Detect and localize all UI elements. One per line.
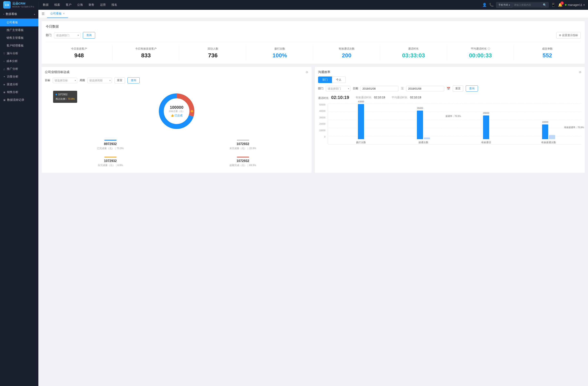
nav-item-clients[interactable]: 客户 (63, 1, 74, 8)
y-label-20k: 20000 (318, 123, 325, 125)
sidebar-item-funnel[interactable]: ▽ 漏斗分析 (0, 50, 38, 57)
donut-center-label: 目标总量（元） (169, 110, 185, 113)
username: manager11 (568, 3, 582, 6)
y-axis: 50000 40000 30000 20000 10000 0 (318, 103, 327, 138)
target-completed-label: 已完成量（元）｜70.9% (46, 147, 174, 150)
target-metric-should: 1072932 应完成量（元）｜8.9% (45, 154, 176, 170)
comm-stats-row: 通话时长 02:10:19 有效通话时长 02:10:19 平均通话时长 02:… (318, 95, 582, 100)
bar-groups: 43000 拨打次数 35000 (328, 103, 582, 144)
nav-item-leads[interactable]: 线索 (51, 1, 63, 8)
metric-effective-calls-label: 有效通话次数 (315, 47, 378, 51)
comm-tab-individual[interactable]: 个人 (332, 77, 346, 83)
target-should-value: 1072932 (46, 159, 174, 163)
dept-select[interactable]: 请选择部门 (54, 32, 81, 38)
nav-item-sea[interactable]: 公海 (74, 1, 86, 8)
comm-date-from[interactable] (360, 86, 399, 91)
target-metric-incomplete: 1072932 未完成量（元）｜20.9% (177, 137, 308, 153)
target-should-label: 应完成量（元）｜8.9% (46, 164, 174, 167)
metric-dial: 拨打次数 100% (246, 45, 314, 60)
today-query-btn[interactable]: 查询 (83, 32, 95, 39)
target-over-value: 1072932 (179, 159, 307, 163)
donut-tooltip: 1072932 所占比例：70.9% (53, 91, 77, 103)
comm-efficiency-card: 沟通效率 ⟳ 部门 个人 部门 请选择部门 (315, 67, 585, 173)
notification-icon[interactable]: 🔔 5 (558, 3, 563, 7)
target-metric-completed: 8972932 已完成量（元）｜70.9% (45, 137, 176, 153)
today-data-section: 今日数据 部门 请选择部门 ▾ 查询 ⚙ 设置显 (42, 21, 585, 64)
bar-group-dial-label: 拨打次数 (356, 141, 366, 144)
tab-close-icon[interactable]: ✕ (63, 12, 65, 15)
search-button[interactable]: 🔍 (541, 2, 548, 8)
nav-item-data[interactable]: 数据 (40, 1, 51, 8)
today-filter-bar: 部门 请选择部门 ▾ 查询 ⚙ 设置显示指标 (46, 32, 581, 39)
phone-icon[interactable]: 📞 (489, 3, 494, 7)
metric-effective-consult-value: 833 (114, 52, 178, 59)
target-query-btn[interactable]: 查询 (127, 77, 140, 83)
svg-point-3 (191, 110, 193, 112)
company-target-refresh[interactable]: ⟳ (306, 71, 308, 74)
sidebar-item-promo[interactable]: 推广主管看板 (0, 26, 38, 34)
comm-calendar-icon[interactable]: 📅 (447, 87, 450, 90)
tab-label: 公司看板 (50, 12, 62, 16)
period-select[interactable]: 请选择周期 (87, 78, 112, 83)
user-icon[interactable]: 👤 (482, 3, 487, 7)
sidebar-section-header[interactable]: ▪ 数据看板 ▴ (0, 10, 38, 19)
sidebar-item-cost[interactable]: ○ 成本分析 (0, 57, 38, 65)
company-target-card: 公司业绩目标达成 ⟳ 目标 请选择目标 ▾ 周期 (42, 67, 312, 173)
user-profile[interactable]: manager11 ▾ (565, 3, 585, 6)
metric-new-consult-label: 今日首咨客户 (47, 47, 111, 51)
search-type-select[interactable]: 手机号码 ▾ (496, 2, 512, 8)
sidebar-item-visitor[interactable]: ✦ 访客分析 (0, 73, 38, 81)
donut-center-value: 100000 (169, 105, 185, 110)
nav-right: 👤 📞 手机号码 ▾ 🔍 📱 🔔 5 manager11 ▾ (482, 2, 588, 8)
nav-item-finance[interactable]: 财务 (86, 1, 97, 8)
main-layout: ▪ 数据看板 ▴ 公司看板 推广主管看板 销售主管看板 客户经理看板 ▽ 漏斗分… (0, 10, 588, 386)
period-label: 周期 (80, 78, 85, 82)
avg-duration-help-icon[interactable]: ⓘ (487, 47, 490, 51)
comm-title: 沟通效率 (318, 70, 330, 74)
sidebar-item-sales-analysis[interactable]: ◉ 销售分析 (0, 88, 38, 96)
dept-filter-label: 部门 (46, 34, 51, 37)
search-input[interactable] (512, 2, 541, 7)
comm-refresh[interactable]: ⟳ (579, 71, 582, 74)
comm-tab-dept[interactable]: 部门 (318, 77, 332, 83)
metric-new-consult: 今日首咨客户 948 (46, 45, 113, 60)
sidebar-collapse-icon[interactable]: ▴ (34, 13, 35, 16)
bar-group-connect-label: 接通次数 (419, 141, 428, 144)
target-reset-btn[interactable]: 重置 (114, 77, 125, 83)
comm-dept-select[interactable]: 请选择部门 (326, 86, 350, 91)
comm-query-btn[interactable]: 查询 (466, 85, 478, 92)
sidebar-item-customer[interactable]: 客户经理看板 (0, 42, 38, 50)
sidebar-item-sales[interactable]: 销售主管看板 (0, 34, 38, 42)
mobile-icon[interactable]: 📱 (551, 3, 556, 7)
sidebar-item-data-flow[interactable]: ▣ 数据流转记录 (0, 96, 38, 104)
metric-call-duration-label: 通话时长 (382, 47, 445, 51)
nav-item-ops[interactable]: 运营 (97, 1, 109, 8)
comm-dept-label: 部门 (318, 87, 323, 90)
comm-date-to[interactable] (406, 86, 444, 91)
target-incomplete-label: 未完成量（元）｜20.9% (179, 147, 307, 150)
bar-effective-connect-light (549, 135, 555, 139)
bar-group-dial: 43000 拨打次数 (330, 103, 392, 144)
metric-call-duration-value: 03:33:03 (382, 52, 445, 59)
settings-display-btn[interactable]: ⚙ 设置显示指标 (556, 32, 581, 39)
nav-item-signup[interactable]: 报名 (109, 1, 120, 8)
metric-revisit-label: 回访人数 (181, 47, 245, 51)
tab-toggle[interactable]: ☰ (42, 12, 44, 16)
donut-achieved-label: 👍 已达成 (169, 114, 185, 117)
comm-tabs: 部门 个人 (318, 77, 582, 83)
target-select[interactable]: 请选择目标 (53, 78, 77, 83)
sidebar-item-channel[interactable]: ◈ 渠道分析 (0, 81, 38, 88)
comm-reset-btn[interactable]: 重置 (453, 85, 463, 92)
search-bar: 手机号码 ▾ 🔍 (496, 2, 549, 8)
sidebar-item-promo-analysis[interactable]: △ 推广分析 (0, 65, 38, 73)
comm-effective-stat: 有效通话时长 02:10:19 (356, 96, 385, 99)
bar-group-effective-connect: 18000 有效接通次数 有效接通率：70.9% (517, 103, 580, 144)
brand-name: 云朵CRM (12, 2, 34, 5)
tab-company[interactable]: 公司看板 ✕ (47, 10, 68, 18)
bar-dial-blue: 43000 (358, 104, 364, 139)
metric-dial-value: 100% (248, 52, 312, 59)
sidebar-item-company[interactable]: 公司看板 (0, 19, 38, 26)
bar-group-connect: 35000 接通次数 接通率：70.9% (392, 103, 455, 144)
comm-avg-stat: 平均通话时长 02:10:19 (392, 96, 421, 99)
notification-badge: 5 (560, 1, 564, 5)
